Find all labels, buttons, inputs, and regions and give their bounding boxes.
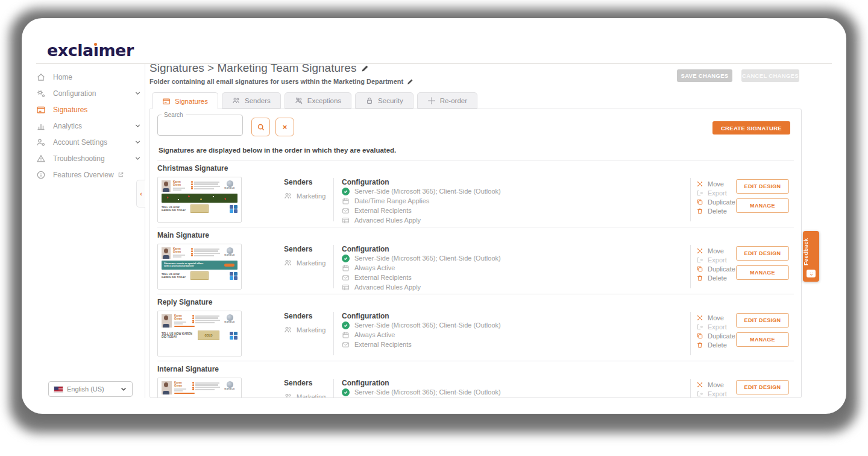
calendar-icon	[342, 264, 350, 272]
sidebar-item-home[interactable]: Home	[36, 69, 143, 85]
move-action[interactable]: Move	[696, 313, 735, 322]
company-logo	[227, 381, 233, 388]
signature-row: Karen Green MARBLE TELL US HOW KAREN DID…	[157, 311, 794, 356]
duplicate-action[interactable]: Duplicate	[696, 197, 735, 206]
edit-design-button[interactable]: EDIT DESIGN	[736, 179, 789, 194]
user-gear-icon	[36, 138, 46, 147]
lock-icon	[365, 97, 374, 105]
signature-section: Christmas Signature Karen Green MARBLE T…	[157, 160, 794, 227]
signature-section: Internal Signature Karen Green MARBLE Se…	[157, 361, 794, 397]
save-changes-button[interactable]: SAVE CHANGES	[677, 69, 732, 82]
people-icon	[232, 97, 241, 105]
signature-section: Main Signature Karen Green MARBLE Showca…	[157, 227, 794, 294]
envelope-icon	[342, 207, 350, 215]
order-note: Signatures are displayed below in the or…	[159, 147, 396, 154]
cancel-changes-button[interactable]: CANCEL CHANGES	[741, 69, 799, 82]
info-circle-icon	[36, 170, 46, 180]
signature-row: Karen Green MARBLE Senders Marketing Con…	[157, 378, 794, 397]
tab-senders[interactable]: Senders	[222, 92, 281, 109]
duplicate-action[interactable]: Duplicate	[696, 264, 735, 273]
avatar	[162, 247, 171, 259]
clear-search-button[interactable]: ×	[275, 118, 294, 136]
avatar	[162, 381, 172, 394]
signature-row: Karen Green MARBLE Showcase events or sp…	[157, 244, 794, 290]
avatar	[162, 314, 172, 328]
tab-signatures[interactable]: Signatures	[152, 92, 218, 109]
page-description: Folder containing all email signatures f…	[149, 78, 414, 85]
language-selector[interactable]: English (US)	[48, 381, 133, 397]
sidebar-item-troubleshooting[interactable]: Troubleshooting	[36, 150, 143, 166]
exclaimer-logo: exclaımer	[47, 41, 134, 60]
export-action[interactable]: Export	[696, 188, 735, 197]
move-action[interactable]: Move	[696, 380, 735, 389]
move-icon	[696, 180, 703, 188]
duplicate-icon	[696, 265, 703, 273]
duplicate-icon	[696, 198, 703, 206]
manage-button[interactable]: MANAGE	[736, 198, 789, 213]
move-icon	[696, 381, 703, 388]
manage-button[interactable]: MANAGE	[736, 332, 789, 347]
delete-action[interactable]: Delete	[696, 340, 735, 349]
sidebar-item-signatures[interactable]: Signatures	[36, 101, 143, 118]
tab-security[interactable]: Security	[355, 92, 414, 109]
duplicate-action[interactable]: Duplicate	[696, 331, 735, 340]
smiley-icon	[807, 270, 816, 277]
edit-description-icon[interactable]	[407, 78, 414, 85]
signature-name: Reply Signature	[157, 298, 794, 306]
edit-design-button[interactable]: EDIT DESIGN	[736, 313, 789, 328]
move-action[interactable]: Move	[696, 179, 735, 188]
promo-banner: Showcase events or special offers with a…	[162, 261, 237, 270]
signature-section: Reply Signature Karen Green MARBLE TELL …	[157, 294, 794, 361]
sidebar-item-account-settings[interactable]: Account Settings	[36, 134, 143, 150]
sidebar-item-configuration[interactable]: Configuration	[36, 85, 143, 101]
delete-action[interactable]: Delete	[696, 206, 735, 215]
rules-icon	[342, 283, 350, 291]
gears-icon	[36, 89, 46, 98]
company-logo	[227, 314, 233, 321]
group-icon	[284, 192, 292, 200]
christmas-banner	[162, 194, 237, 203]
signature-name: Internal Signature	[157, 365, 794, 373]
chevron-down-icon	[134, 90, 141, 97]
check-circle-icon	[342, 321, 350, 329]
export-icon	[696, 256, 703, 264]
edit-design-button[interactable]: EDIT DESIGN	[736, 246, 789, 261]
signature-thumbnail: Karen Green MARBLE TELL US HOW KAREN DID…	[157, 311, 242, 356]
signature-name: Christmas Signature	[157, 164, 794, 173]
delete-action[interactable]: Delete	[696, 273, 735, 282]
search-button[interactable]	[251, 118, 270, 136]
sidebar-item-analytics[interactable]: Analytics	[36, 118, 143, 134]
edit-design-button[interactable]: EDIT DESIGN	[736, 380, 789, 394]
social-icons	[230, 332, 237, 340]
search-input[interactable]	[158, 118, 242, 130]
edit-title-icon[interactable]	[361, 65, 369, 72]
export-icon	[696, 189, 703, 197]
coupon	[190, 271, 209, 280]
sidebar-item-features-overview[interactable]: Features Overview	[36, 166, 143, 183]
signature-list: Christmas Signature Karen Green MARBLE T…	[157, 160, 794, 397]
export-icon	[696, 390, 703, 397]
tab-reorder[interactable]: Re-order	[417, 92, 477, 109]
signature-card-icon	[36, 105, 46, 115]
sidebar-divider	[145, 64, 145, 398]
manage-button[interactable]: MANAGE	[736, 265, 789, 280]
signature-thumbnail: Karen Green MARBLE	[157, 378, 242, 397]
calendar-icon	[342, 331, 350, 339]
feedback-tab[interactable]: Feedback	[803, 231, 819, 282]
export-action[interactable]: Export	[696, 322, 735, 331]
export-action[interactable]: Export	[696, 389, 735, 397]
export-action[interactable]: Export	[696, 255, 735, 264]
app-window: exclaımer Home Configuration Signatures …	[22, 18, 846, 414]
signature-card-icon	[162, 97, 171, 106]
check-circle-icon	[342, 188, 350, 195]
sidebar-collapse-toggle[interactable]: ‹	[136, 180, 145, 207]
move-icon	[696, 314, 703, 321]
tab-exceptions[interactable]: Exceptions	[285, 92, 351, 109]
move-action[interactable]: Move	[696, 246, 735, 255]
check-circle-icon	[342, 388, 350, 396]
analytics-chart-icon	[36, 121, 46, 131]
coupon	[190, 204, 209, 213]
signature-thumbnail: Karen Green MARBLE Showcase events or sp…	[157, 244, 242, 290]
chevron-down-icon	[134, 155, 141, 162]
create-signature-button[interactable]: CREATE SIGNATURE	[712, 121, 790, 135]
